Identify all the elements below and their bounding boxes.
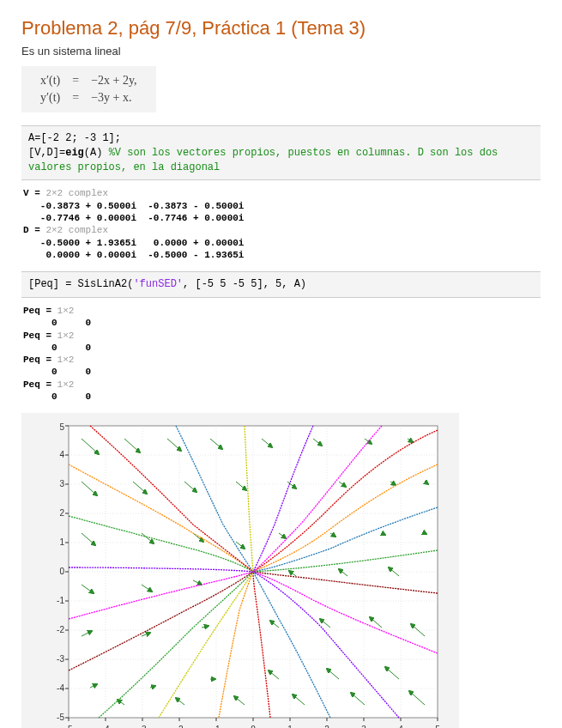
plot-svg: -5-4-3 -2-10 123 45 -5-4-3 -2-10 123 45 [21, 413, 459, 728]
svg-text:1: 1 [287, 725, 293, 728]
code-block-1: A=[-2 2; -3 1]; [V,D]=eig(A) %V son los … [21, 125, 541, 180]
svg-text:3: 3 [59, 479, 64, 488]
y-tick-labels: -5-4-3 -2-10 123 45 [57, 422, 64, 722]
equation-block: x′(t) = −2x + 2y, y′(t) = −3y + x. [21, 66, 156, 112]
svg-text:1: 1 [59, 537, 64, 547]
eq2-rhs: −3y + x. [86, 90, 142, 106]
svg-text:5: 5 [435, 725, 440, 728]
svg-text:-1: -1 [213, 725, 221, 728]
svg-text:3: 3 [361, 725, 366, 728]
output-block-1: V = 2×2 complex -0.3873 + 0.5000i -0.387… [23, 187, 541, 261]
eq2-lhs: y′(t) [35, 90, 65, 106]
svg-text:-2: -2 [176, 725, 184, 728]
svg-text:-5: -5 [65, 725, 73, 728]
page-title: Problema 2, pág 7/9, Práctica 1 (Tema 3) [21, 17, 541, 39]
x-tick-labels: -5-4-3 -2-10 123 45 [65, 725, 441, 728]
svg-text:-2: -2 [57, 625, 64, 634]
svg-text:0: 0 [59, 567, 64, 576]
code-block-2: [Peq] = SisLinA2('funSED', [-5 5 -5 5], … [21, 271, 541, 298]
eq1-lhs: x′(t) [35, 73, 65, 88]
svg-text:-1: -1 [57, 596, 64, 605]
svg-text:2: 2 [324, 725, 329, 728]
svg-text:-3: -3 [57, 654, 64, 664]
svg-text:-3: -3 [139, 725, 147, 728]
eq2-eq: = [67, 90, 84, 106]
phase-portrait-plot: -5-4-3 -2-10 123 45 -5-4-3 -2-10 123 45 [21, 413, 459, 728]
svg-text:5: 5 [59, 422, 64, 432]
svg-text:-4: -4 [102, 725, 110, 728]
svg-text:2: 2 [59, 508, 64, 518]
svg-text:4: 4 [59, 450, 64, 459]
svg-text:-5: -5 [57, 713, 64, 722]
eq1-eq: = [67, 73, 84, 88]
subtitle: Es un sistema lineal [21, 45, 541, 58]
svg-text:0: 0 [251, 725, 256, 728]
eq1-rhs: −2x + 2y, [86, 73, 142, 88]
svg-text:4: 4 [398, 725, 403, 728]
svg-text:-4: -4 [57, 683, 64, 693]
output-block-2: Peq = 1×2 0 0 Peq = 1×2 0 0 Peq = 1×2 0 … [23, 305, 541, 403]
